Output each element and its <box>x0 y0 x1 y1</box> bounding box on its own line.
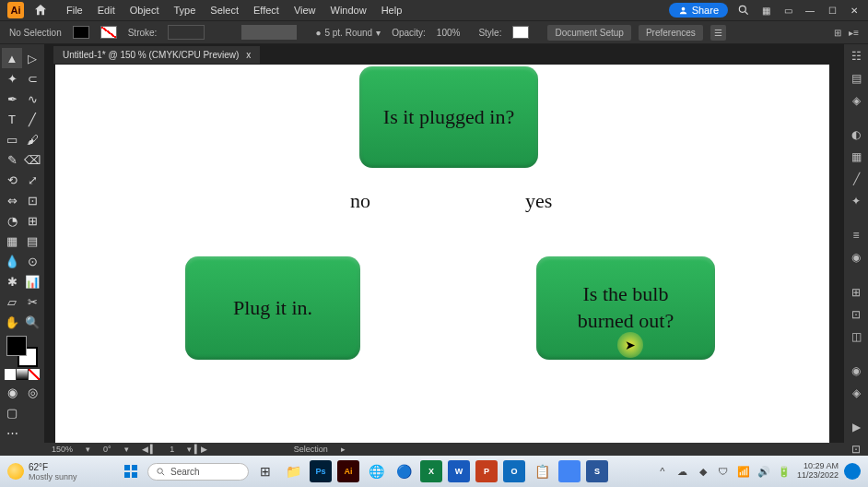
menu-object[interactable]: Object <box>123 5 167 16</box>
color-icon[interactable]: ◐ <box>849 128 863 141</box>
volume-icon[interactable]: 🔊 <box>757 464 771 479</box>
draw-behind-icon[interactable]: ◎ <box>22 382 42 402</box>
document-tab[interactable]: Untitled-1* @ 150 % (CMYK/CPU Preview) x <box>53 46 260 64</box>
preferences-button[interactable]: Preferences <box>639 25 703 41</box>
app-icon[interactable]: 📋 <box>531 460 553 482</box>
stroke-weight-input[interactable] <box>168 25 205 40</box>
libraries-icon[interactable]: ▤ <box>849 72 863 85</box>
battery-icon[interactable]: 🔋 <box>777 464 792 479</box>
swatches-icon[interactable]: ▦ <box>849 150 863 163</box>
align-panel-icon[interactable]: ⊞ <box>849 286 863 299</box>
direct-selection-tool[interactable]: ▷ <box>22 48 42 68</box>
stroke-swatch[interactable] <box>100 26 117 39</box>
explorer-icon[interactable]: 📁 <box>282 460 304 482</box>
blend-tool[interactable]: ⊙ <box>22 251 42 271</box>
menu-file[interactable]: File <box>59 5 90 16</box>
task-view-icon[interactable]: ⊞ <box>254 460 276 482</box>
width-tool[interactable]: ⇔ <box>2 190 22 210</box>
menu-view[interactable]: View <box>287 5 323 16</box>
style-swatch[interactable] <box>512 26 529 39</box>
symbols-icon[interactable]: ✦ <box>849 195 863 208</box>
rectangle-tool[interactable]: ▭ <box>2 129 22 149</box>
powerpoint-icon[interactable]: P <box>475 460 498 482</box>
menu-effect[interactable]: Effect <box>246 5 287 16</box>
menu-edit[interactable]: Edit <box>90 5 123 16</box>
align-icon[interactable]: ⊞ <box>834 28 841 38</box>
artboard-tool[interactable]: ▱ <box>2 291 22 312</box>
line-tool[interactable]: ╱ <box>22 109 42 129</box>
gradient-tool[interactable]: ▤ <box>22 231 42 251</box>
gradient-panel-icon[interactable]: ◉ <box>849 251 863 264</box>
symbol-sprayer-tool[interactable]: ✱ <box>2 271 22 291</box>
free-transform-tool[interactable]: ⊡ <box>22 190 42 210</box>
app2-icon[interactable] <box>558 460 581 482</box>
mesh-tool[interactable]: ▦ <box>2 231 22 251</box>
graphic-styles-icon[interactable]: ◈ <box>849 386 863 399</box>
layers-icon[interactable]: ◈ <box>849 94 863 107</box>
artboard[interactable]: Is it plugged in? Plug it in. Is the bul… <box>55 65 829 456</box>
close-icon[interactable]: ✕ <box>848 4 861 17</box>
search-icon[interactable] <box>737 4 750 17</box>
menu-window[interactable]: Window <box>323 5 374 16</box>
arrange-icon[interactable]: ▦ <box>759 4 772 17</box>
fill-stroke-control[interactable] <box>6 336 38 367</box>
system-clock[interactable]: 10:29 AM 11/23/2022 <box>797 462 839 481</box>
hand-tool[interactable]: ✋ <box>2 312 22 332</box>
edge-label-yes[interactable]: yes <box>525 189 552 213</box>
transform-panel-icon[interactable]: ⊡ <box>849 308 863 321</box>
selection-tool[interactable]: ▲ <box>2 48 22 68</box>
play-icon[interactable]: ▶ <box>849 421 863 434</box>
flowchart-node-q1[interactable]: Is it plugged in? <box>359 66 538 168</box>
menu-help[interactable]: Help <box>374 5 410 16</box>
type-tool[interactable]: T <box>2 109 22 129</box>
fill-swatch[interactable] <box>73 26 89 39</box>
slice-tool[interactable]: ✂ <box>22 291 42 312</box>
canvas-viewport[interactable]: Is it plugged in? Plug it in. Is the bul… <box>44 65 844 456</box>
start-button[interactable] <box>120 460 142 482</box>
none-mode-icon[interactable] <box>29 369 40 380</box>
edge-icon[interactable]: 🌐 <box>365 460 387 482</box>
flowchart-node-a1[interactable]: Plug it in. <box>185 256 360 360</box>
home-icon[interactable] <box>33 3 48 18</box>
pen-tool[interactable]: ✒ <box>2 89 22 109</box>
onedrive-icon[interactable]: ☁ <box>675 464 690 479</box>
app-logo[interactable]: Ai <box>7 2 24 18</box>
edit-toolbar-icon[interactable]: ⋯ <box>2 422 22 443</box>
scale-tool[interactable]: ⤢ <box>22 170 42 190</box>
draw-normal-icon[interactable]: ◉ <box>2 382 22 402</box>
taskbar-search[interactable]: Search <box>147 463 249 481</box>
navigator-icon[interactable]: ⊡ <box>849 443 863 456</box>
stroke-profile[interactable]: 5 pt. Round <box>324 28 372 38</box>
menu-select[interactable]: Select <box>203 5 246 16</box>
outlook-icon[interactable]: O <box>503 460 525 482</box>
notifications-icon[interactable] <box>844 463 861 480</box>
tray-overflow-icon[interactable]: ^ <box>655 464 670 479</box>
zoom-tool[interactable]: 🔍 <box>22 312 42 332</box>
illustrator-icon[interactable]: Ai <box>337 460 359 482</box>
workspace-icon[interactable]: ▭ <box>781 4 794 17</box>
document-setup-button[interactable]: Document Setup <box>547 25 631 41</box>
chrome-icon[interactable]: 🔵 <box>393 460 415 482</box>
flowchart-node-q2[interactable]: Is the bulb burned out? <box>536 256 715 360</box>
gradient-mode-icon[interactable] <box>17 369 28 380</box>
share-button[interactable]: Share <box>669 3 728 18</box>
security-icon[interactable]: 🛡 <box>716 464 731 479</box>
rotation[interactable]: 0° <box>103 445 111 454</box>
dropbox-icon[interactable]: ◆ <box>696 464 710 479</box>
edge-label-no[interactable]: no <box>350 189 370 213</box>
brush-tool[interactable]: 🖌 <box>22 129 42 149</box>
more-options-icon[interactable]: ☰ <box>710 25 726 41</box>
tab-close-icon[interactable]: x <box>246 50 251 60</box>
magic-wand-tool[interactable]: ✦ <box>2 68 22 89</box>
curvature-tool[interactable]: ∿ <box>22 89 42 109</box>
excel-icon[interactable]: X <box>420 460 442 482</box>
maximize-icon[interactable]: ☐ <box>826 4 839 17</box>
word-icon[interactable]: W <box>448 460 470 482</box>
photoshop-icon[interactable]: Ps <box>310 460 332 482</box>
eraser-tool[interactable]: ⌫ <box>22 149 42 170</box>
recorder-icon[interactable]: S <box>586 460 608 482</box>
lasso-tool[interactable]: ⊂ <box>22 68 42 89</box>
menu-type[interactable]: Type <box>167 5 204 16</box>
minimize-icon[interactable]: — <box>803 4 816 17</box>
properties-icon[interactable]: ☷ <box>849 50 863 63</box>
